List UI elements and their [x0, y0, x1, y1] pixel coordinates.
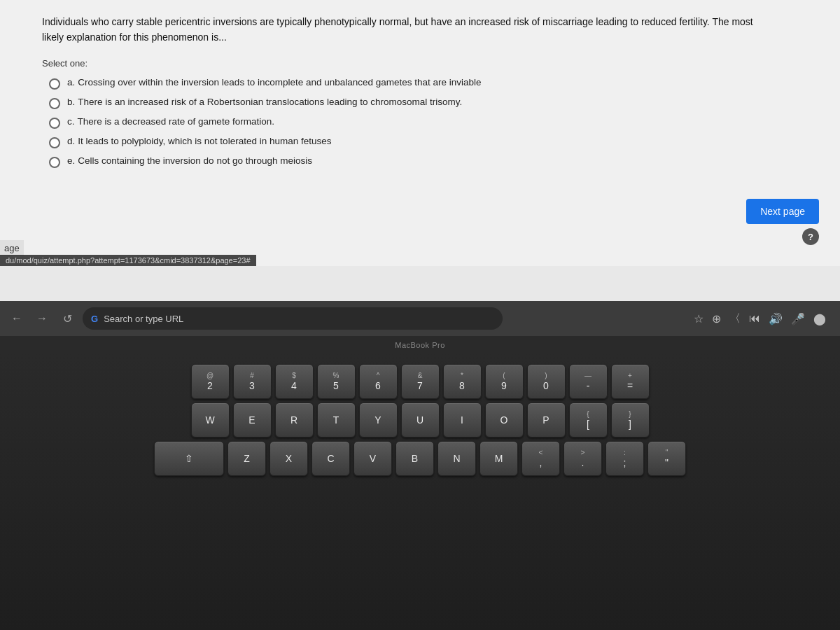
option-c-label: c.There is a decreased rate of gamete fo…	[67, 116, 274, 127]
macbook-label: MacBook Pro	[395, 341, 445, 349]
key-comma[interactable]: <,	[522, 441, 560, 476]
options-list: a.Crossing over within the inversion lea…	[49, 77, 819, 168]
question-mark-icon[interactable]: ?	[802, 228, 819, 245]
option-e[interactable]: e.Cells containing the inversion do not …	[49, 155, 819, 168]
key-0[interactable]: )0	[527, 364, 566, 399]
key-minus[interactable]: —-	[569, 364, 608, 399]
key-v[interactable]: V	[354, 441, 392, 476]
page-label: age	[0, 240, 24, 256]
radio-c[interactable]	[49, 118, 60, 129]
qwerty-row: W E R T Y U I O P {[ }]	[70, 402, 770, 438]
key-m[interactable]: M	[479, 441, 518, 476]
forward-button[interactable]: →	[32, 309, 52, 328]
option-a[interactable]: a.Crossing over within the inversion lea…	[49, 77, 819, 90]
back-button[interactable]: ←	[7, 309, 27, 328]
next-page-button[interactable]: Next page	[746, 199, 819, 224]
key-t[interactable]: T	[317, 402, 356, 438]
option-d-label: d.It leads to polyploidy, which is not t…	[67, 136, 331, 146]
key-w[interactable]: W	[191, 402, 230, 438]
key-p[interactable]: P	[527, 402, 566, 438]
key-colon[interactable]: :;	[606, 441, 644, 476]
key-8[interactable]: *8	[443, 364, 482, 399]
key-4[interactable]: $4	[275, 364, 314, 399]
bookmark-icon[interactable]: ☆	[694, 312, 704, 326]
play-pause-icon[interactable]: ⏮	[749, 312, 760, 325]
quiz-area: Individuals who carry stable pericentric…	[0, 0, 840, 301]
number-row: @2 #3 $4 %5 ^6 &7 *8 (9 )0 —- +=	[70, 364, 770, 399]
macbook-label-bar: MacBook Pro	[0, 336, 840, 354]
toolbar-icons: ☆ ⊕ 〈 ⏮ 🔊 🎤 ⬤	[694, 312, 833, 326]
mic-icon[interactable]: 🎤	[791, 312, 805, 326]
option-c[interactable]: c.There is a decreased rate of gamete fo…	[49, 116, 819, 129]
google-icon: G	[91, 314, 98, 324]
key-2[interactable]: @2	[191, 364, 230, 399]
question-text: Individuals who carry stable pericentric…	[42, 14, 777, 46]
bottom-row-partial: ⇧ Z X C V B N M <, >. :; ""	[70, 441, 770, 476]
key-c[interactable]: C	[312, 441, 350, 476]
key-5[interactable]: %5	[317, 364, 356, 399]
avatar-icon[interactable]: ⬤	[813, 312, 826, 326]
add-tab-icon[interactable]: ⊕	[712, 312, 721, 326]
option-e-label: e.Cells containing the inversion do not …	[67, 155, 312, 166]
key-shift-left[interactable]: ⇧	[154, 441, 224, 476]
key-9[interactable]: (9	[485, 364, 524, 399]
url-bottom-bar: du/mod/quiz/attempt.php?attempt=1173673&…	[0, 255, 256, 266]
option-d[interactable]: d.It leads to polyploidy, which is not t…	[49, 136, 819, 148]
radio-a[interactable]	[49, 78, 60, 90]
option-b[interactable]: b.There is an increased risk of a Robert…	[49, 97, 819, 109]
radio-b[interactable]	[49, 98, 60, 109]
radio-d[interactable]	[49, 137, 60, 148]
select-one-label: Select one:	[42, 58, 819, 69]
key-quotes[interactable]: ""	[648, 441, 686, 476]
key-z[interactable]: Z	[227, 441, 266, 476]
key-b[interactable]: B	[396, 441, 434, 476]
key-6[interactable]: ^6	[359, 364, 398, 399]
url-bar[interactable]: G Search or type URL	[83, 307, 503, 330]
key-i[interactable]: I	[443, 402, 482, 438]
keyboard: @2 #3 $4 %5 ^6 &7 *8 (9 )0 —- += W E R T…	[70, 364, 770, 476]
option-b-label: b.There is an increased risk of a Robert…	[67, 97, 462, 107]
key-close-bracket[interactable]: }]	[611, 402, 650, 438]
key-o[interactable]: O	[485, 402, 524, 438]
key-3[interactable]: #3	[233, 364, 272, 399]
keyboard-area: @2 #3 $4 %5 ^6 &7 *8 (9 )0 —- += W E R T…	[0, 354, 840, 630]
quiz-content: Individuals who carry stable pericentric…	[0, 0, 840, 266]
browser-toolbar: ← → ↺ G Search or type URL ☆ ⊕ 〈 ⏮ 🔊 🎤 ⬤	[0, 301, 840, 336]
reload-button[interactable]: ↺	[57, 309, 77, 328]
key-period[interactable]: >.	[564, 441, 602, 476]
key-n[interactable]: N	[438, 441, 476, 476]
key-y[interactable]: Y	[359, 402, 398, 438]
volume-icon[interactable]: 🔊	[769, 312, 783, 326]
key-open-bracket[interactable]: {[	[569, 402, 608, 438]
chevron-left-icon[interactable]: 〈	[729, 312, 741, 326]
key-7[interactable]: &7	[401, 364, 440, 399]
url-text: Search or type URL	[104, 314, 183, 324]
option-a-label: a.Crossing over within the inversion lea…	[67, 77, 482, 88]
key-r[interactable]: R	[275, 402, 314, 438]
key-equals[interactable]: +=	[611, 364, 650, 399]
key-x[interactable]: X	[270, 441, 308, 476]
key-u[interactable]: U	[401, 402, 440, 438]
radio-e[interactable]	[49, 157, 60, 168]
key-e[interactable]: E	[233, 402, 272, 438]
